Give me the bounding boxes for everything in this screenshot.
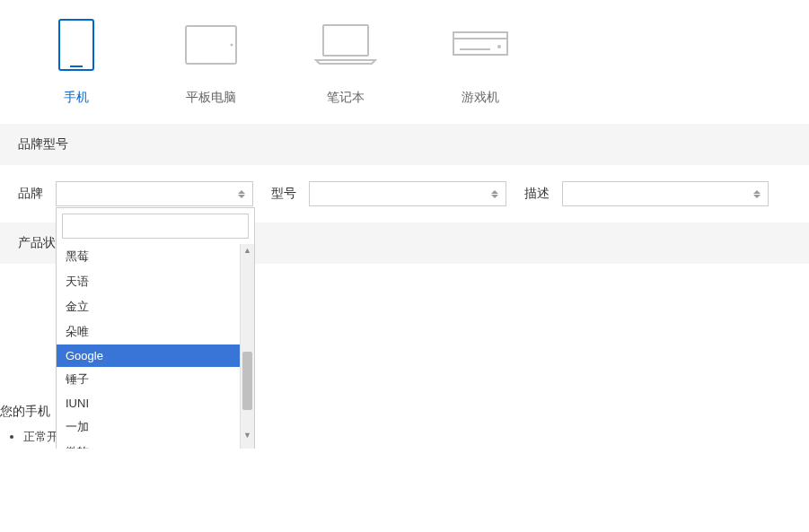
brand-option[interactable]: 金立 xyxy=(57,294,240,319)
category-label: 手机 xyxy=(64,90,89,106)
model-field: 型号 xyxy=(271,181,506,206)
category-laptop[interactable]: 笔记本 xyxy=(305,18,386,106)
brand-option[interactable]: Google xyxy=(57,344,240,367)
svg-rect-0 xyxy=(59,20,93,70)
section-brand-model: 品牌型号 xyxy=(0,124,809,165)
svg-rect-6 xyxy=(453,32,507,39)
scroll-thumb[interactable] xyxy=(242,352,252,410)
console-icon xyxy=(453,18,508,72)
desc-label: 描述 xyxy=(524,186,551,202)
category-tablet[interactable]: 平板电脑 xyxy=(171,18,251,106)
laptop-icon xyxy=(314,18,377,72)
desc-field: 描述 xyxy=(524,181,769,206)
model-label: 型号 xyxy=(271,186,298,202)
category-label: 平板电脑 xyxy=(186,90,236,106)
brand-option[interactable]: 一加 xyxy=(57,414,240,440)
brand-label: 品牌 xyxy=(18,186,45,202)
brand-field: 品牌 黑莓天语金立朵唯Google锤子IUNI一加微软 ▲ ▼ xyxy=(18,181,253,206)
dropdown-search-wrap xyxy=(57,208,254,244)
brand-option[interactable]: IUNI xyxy=(57,392,240,414)
sort-icon xyxy=(491,190,498,198)
category-label: 游戏机 xyxy=(462,90,499,106)
scroll-up-icon[interactable]: ▲ xyxy=(241,244,254,257)
category-label: 笔记本 xyxy=(327,90,365,106)
brand-select[interactable]: 黑莓天语金立朵唯Google锤子IUNI一加微软 ▲ ▼ ◀ ▶ xyxy=(56,181,253,206)
phone-icon xyxy=(58,18,94,72)
brand-search-input[interactable] xyxy=(62,214,249,239)
tablet-icon xyxy=(185,18,237,72)
brand-dropdown-panel: 黑莓天语金立朵唯Google锤子IUNI一加微软 ▲ ▼ ◀ ▶ xyxy=(56,207,255,449)
brand-model-row: 品牌 黑莓天语金立朵唯Google锤子IUNI一加微软 ▲ ▼ xyxy=(0,165,809,222)
svg-rect-4 xyxy=(323,25,368,56)
brand-option[interactable]: 锤子 xyxy=(57,367,240,392)
section-product-status-text: 产品状 xyxy=(18,235,56,249)
svg-rect-1 xyxy=(70,65,83,67)
desc-select[interactable] xyxy=(562,181,769,206)
brand-option[interactable]: 微软 xyxy=(57,440,240,449)
sort-icon xyxy=(753,190,761,198)
svg-point-8 xyxy=(497,45,501,48)
brand-option[interactable]: 黑莓 xyxy=(57,244,240,269)
category-phone[interactable]: 手机 xyxy=(36,18,117,106)
brand-option[interactable]: 朵唯 xyxy=(57,319,240,344)
scroll-down-icon[interactable]: ▼ xyxy=(241,429,254,441)
dropdown-scrollbar[interactable]: ▲ ▼ xyxy=(240,244,254,449)
category-console[interactable]: 游戏机 xyxy=(440,18,521,106)
brand-options-list: 黑莓天语金立朵唯Google锤子IUNI一加微软 xyxy=(57,244,240,449)
sort-icon xyxy=(238,190,245,198)
svg-rect-2 xyxy=(186,26,236,64)
brand-option[interactable]: 天语 xyxy=(57,269,240,294)
model-select[interactable] xyxy=(309,181,506,206)
category-tabs: 手机 平板电脑 笔记本 游戏机 xyxy=(0,0,809,124)
svg-point-3 xyxy=(231,44,233,47)
